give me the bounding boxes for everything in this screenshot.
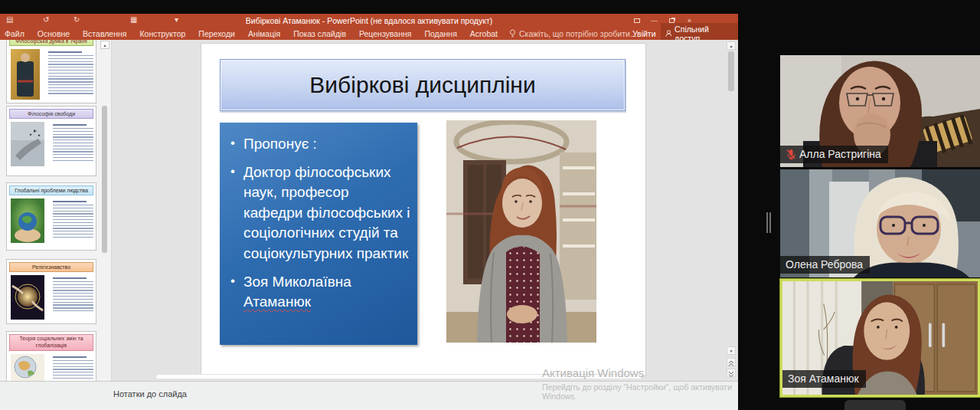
lightbulb-icon	[509, 29, 516, 38]
tab-acrobat[interactable]: Acrobat	[470, 29, 498, 38]
tab-transitions[interactable]: Переходи	[198, 29, 235, 38]
slide-thumbnail-1[interactable]: Філософська думка в Україні	[6, 40, 96, 103]
account-area: Увійти Спільний доступ	[632, 27, 738, 40]
tab-file[interactable]: Файл	[5, 29, 24, 38]
scroll-down-icon[interactable]: ▼	[727, 346, 736, 355]
participant-name: Зоя Атаманюк	[788, 372, 859, 385]
slide-canvas: Вибіркові дисципліни Пропонує : Доктор ф…	[113, 40, 738, 381]
ribbon-tabs: Файл Основне Вставлення Конструктор Пере…	[5, 29, 498, 38]
slide-bullet-2: Доктор філософських наук, професор кафед…	[230, 162, 411, 264]
workspace: Філософська думка в Україні Філософ	[0, 40, 738, 381]
tab-animations[interactable]: Анімація	[248, 29, 280, 38]
slide-bullet-1: Пропонує :	[230, 134, 411, 155]
tab-view[interactable]: Подання	[424, 29, 456, 38]
thumbnail-2-image	[11, 122, 44, 166]
thumbnail-2-title: Філософія свободи	[9, 109, 93, 119]
tab-slideshow[interactable]: Показ слайдів	[293, 29, 346, 38]
undo-icon[interactable]: ↺	[43, 15, 49, 25]
thumbnail-5-image	[11, 354, 44, 381]
slide-thumbnail-3[interactable]: Глобальні проблеми людства	[6, 182, 96, 251]
muted-mic-icon	[786, 149, 795, 159]
portrait-image	[446, 120, 596, 343]
thumbnail-1-title: Філософська думка в Україні	[9, 40, 93, 46]
save-icon[interactable]: ▤	[6, 15, 13, 25]
redo-icon[interactable]: ↻	[74, 15, 80, 25]
thumbnail-1-image	[11, 49, 40, 100]
slide-photo-portrait[interactable]	[446, 120, 596, 343]
participant-name-badge: Олена Реброва	[780, 256, 870, 274]
ribbon-display-options-icon[interactable]	[628, 14, 645, 27]
video-tile-participant-3-active-speaker[interactable]: Зоя Атаманюк	[780, 279, 980, 397]
activation-line-2: Перейдіть до розділу "Настройки", щоб ак…	[542, 382, 738, 401]
tell-me-box[interactable]: Скажіть, що потрібно зробити...	[509, 29, 637, 38]
thumbnail-4-image	[11, 275, 44, 320]
thumbnail-3-title: Глобальні проблеми людства	[9, 185, 93, 195]
slide-thumbnail-panel: Філософська думка в Україні Філософ	[0, 40, 112, 381]
thumbnail-scroll-up-icon[interactable]: ▲	[100, 41, 109, 49]
misspelled-word: Атаманюк	[243, 294, 311, 310]
slide-title-box[interactable]: Вибіркові дисципліни	[220, 59, 626, 111]
tab-design[interactable]: Конструктор	[139, 29, 185, 38]
screen: ▤ ↺ ↻ ▦ ▾ Вибіркові Атаманюк - PowerPoin…	[0, 0, 980, 410]
participant-name: Олена Реброва	[786, 258, 863, 271]
participant-name-badge: Алла Растригіна	[780, 146, 888, 163]
slide-thumbnail-4[interactable]: Релігієзнавство	[6, 259, 96, 324]
slide-bullet-3: Зоя МиколаївнаАтаманюк	[230, 272, 411, 313]
customize-quick-access-icon[interactable]: ▾	[175, 15, 178, 25]
person-icon	[665, 30, 672, 37]
ribbon-tab-row: Файл Основне Вставлення Конструктор Пере…	[0, 27, 738, 40]
scroll-up-icon[interactable]: ▲	[727, 41, 736, 50]
powerpoint-window: ▤ ↺ ↻ ▦ ▾ Вибіркові Атаманюк - PowerPoin…	[0, 14, 738, 410]
current-slide: Вибіркові дисципліни Пропонує : Доктор ф…	[201, 44, 645, 376]
notes-label: Нотатки до слайда	[113, 389, 187, 399]
video-panel-drag-handle[interactable]	[766, 212, 771, 233]
sign-in-button[interactable]: Увійти	[632, 29, 656, 38]
vertical-scrollbar-thumb[interactable]	[728, 51, 734, 91]
window-title: Вибіркові Атаманюк - PowerPoint (не вдал…	[246, 16, 492, 25]
activation-line-1: Активація Windows	[542, 366, 738, 379]
thumbnail-scrollbar-thumb[interactable]	[102, 106, 107, 253]
start-slideshow-icon[interactable]: ▦	[130, 15, 137, 25]
tab-review[interactable]: Рецензування	[359, 29, 411, 38]
slide-thumbnail-5[interactable]: Теорія соціальних змін та глобалізація	[6, 331, 96, 381]
participant-name: Алла Растригіна	[799, 148, 881, 160]
tab-insert[interactable]: Вставлення	[83, 29, 126, 38]
bottom-panel-control	[844, 400, 906, 410]
tab-home[interactable]: Основне	[38, 29, 70, 38]
previous-slide-icon[interactable]	[727, 358, 736, 366]
slide-thumbnail-2[interactable]: Філософія свободи	[6, 106, 96, 176]
video-tile-participant-2[interactable]: Олена Реброва	[780, 169, 980, 277]
participant-name-badge: Зоя Атаманюк	[782, 370, 866, 388]
video-tile-participant-1[interactable]: Алла Растригіна	[780, 55, 980, 167]
vertical-scrollbar: ▲ ▼	[727, 41, 736, 379]
windows-activation-watermark: Активація Windows Перейдіть до розділу "…	[542, 366, 738, 401]
thumbnail-4-title: Релігієзнавство	[9, 262, 93, 272]
thumbnail-5-title: Теорія соціальних змін та глобалізація	[9, 334, 93, 351]
thumbnail-3-image	[11, 198, 44, 243]
titlebar: ▤ ↺ ↻ ▦ ▾ Вибіркові Атаманюк - PowerPoin…	[0, 14, 738, 27]
slide-content-box[interactable]: Пропонує : Доктор філософських наук, про…	[220, 123, 417, 345]
tell-me-label: Скажіть, що потрібно зробити...	[519, 29, 637, 38]
